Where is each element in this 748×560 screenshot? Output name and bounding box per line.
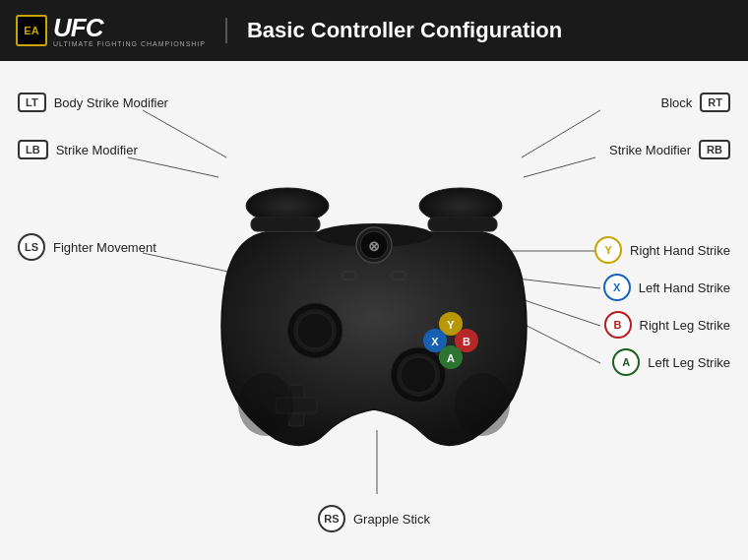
svg-line-0: [143, 110, 226, 157]
rt-text: Block: [661, 95, 693, 110]
label-rb: RB Strike Modifier: [609, 140, 730, 159]
label-ls: LS Fighter Movement: [18, 233, 156, 261]
x-text: Left Hand Strike: [639, 280, 730, 295]
main-content: ⊗ Y X: [0, 61, 748, 560]
svg-text:B: B: [463, 336, 470, 347]
rt-badge: RT: [700, 93, 730, 112]
label-rt: RT Block: [661, 93, 730, 112]
svg-text:A: A: [447, 352, 455, 364]
label-y: Y Right Hand Strike: [594, 236, 730, 264]
label-lb: LB Strike Modifier: [18, 140, 138, 159]
rb-badge: RB: [699, 140, 730, 159]
label-rs: RS Grapple Stick: [318, 505, 430, 532]
logo-area: EA UFC ULTIMATE FIGHTING CHAMPIONSHIP: [16, 15, 206, 47]
x-badge: X: [603, 274, 631, 301]
lb-badge: LB: [18, 140, 48, 159]
ufc-label: UFC: [53, 15, 102, 40]
ls-badge: LS: [18, 233, 45, 261]
b-text: Right Leg Strike: [640, 318, 731, 333]
label-x: X Left Hand Strike: [603, 274, 730, 301]
lt-text: Body Strike Modifier: [54, 95, 168, 110]
svg-rect-12: [251, 218, 320, 231]
svg-text:X: X: [431, 336, 439, 347]
label-lt: LT Body Strike Modifier: [18, 93, 168, 112]
ufc-subtitle: ULTIMATE FIGHTING CHAMPIONSHIP: [53, 40, 206, 47]
rb-text: Strike Modifier: [609, 143, 691, 157]
svg-rect-18: [343, 272, 356, 280]
svg-rect-19: [392, 272, 405, 280]
lt-badge: LT: [18, 93, 46, 112]
label-a: A Left Leg Strike: [612, 348, 730, 376]
a-badge: A: [612, 348, 640, 376]
label-b: B Right Leg Strike: [604, 311, 731, 339]
svg-text:⊗: ⊗: [368, 238, 380, 254]
y-badge: Y: [594, 236, 622, 264]
page-title: Basic Controller Configuration: [225, 18, 562, 43]
svg-line-4: [524, 157, 595, 177]
controller-image: ⊗ Y X: [207, 178, 541, 473]
svg-point-27: [401, 357, 436, 393]
ea-label: EA: [24, 25, 38, 36]
svg-rect-13: [428, 218, 497, 231]
lb-text: Strike Modifier: [56, 143, 138, 157]
ufc-logo: UFC ULTIMATE FIGHTING CHAMPIONSHIP: [53, 15, 206, 47]
rs-badge: RS: [318, 505, 345, 532]
svg-point-36: [238, 373, 293, 436]
svg-text:Y: Y: [447, 319, 455, 331]
svg-point-22: [297, 313, 333, 348]
controller-svg: ⊗ Y X: [207, 178, 541, 464]
page: EA UFC ULTIMATE FIGHTING CHAMPIONSHIP Ba…: [0, 0, 748, 560]
y-text: Right Hand Strike: [630, 243, 730, 258]
svg-line-3: [522, 110, 600, 157]
a-text: Left Leg Strike: [648, 355, 730, 370]
ea-logo: EA: [16, 15, 47, 46]
b-badge: B: [604, 311, 632, 339]
svg-point-37: [455, 373, 510, 436]
header: EA UFC ULTIMATE FIGHTING CHAMPIONSHIP Ba…: [0, 0, 748, 61]
svg-line-1: [128, 157, 218, 177]
ls-text: Fighter Movement: [53, 240, 156, 255]
rs-text: Grapple Stick: [353, 512, 430, 527]
